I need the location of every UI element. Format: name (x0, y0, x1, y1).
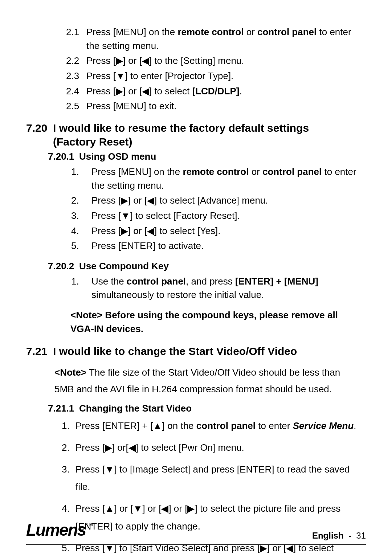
list-item-number: 4. (62, 500, 75, 517)
text-run: , and press (186, 276, 235, 287)
list-item-text: Press [▼] to select [Factory Reset]. (91, 209, 366, 223)
list-item: 4.Press [▶] or [◀] to select [Yes]. (71, 224, 366, 238)
page-footer: LumensTM English - 31 (26, 518, 366, 545)
text-run: <Note> (54, 367, 86, 378)
text-run: Press [ (75, 503, 105, 514)
list-item-number: 2.3 (66, 69, 86, 83)
text-run: simultaneously to restore the initial va… (91, 289, 264, 300)
text-run: remote control (177, 26, 244, 37)
text-run: remote control (183, 166, 249, 177)
text-run: ] or [ (128, 225, 147, 236)
list-item: 2.Press [▶] or[◀] to select [Pwr On] men… (62, 439, 366, 456)
list-item-text: Press [MENU] on the remote control or co… (91, 165, 366, 192)
brand-text: Lumens (26, 520, 86, 539)
list-item-number: 3. (62, 461, 75, 478)
subsection-number: 7.20.1 (48, 150, 79, 164)
list-item-number: 4. (71, 224, 91, 238)
text-run: to enter (256, 420, 293, 431)
text-run: [ENTER] + [MENU] (235, 276, 318, 287)
down-arrow-icon: ▼ (105, 464, 114, 475)
text-run: Press [MENU] on the (91, 166, 183, 177)
right-arrow-icon: ▶ (105, 442, 112, 453)
list-item: 3.Press [▼] to [Image Select] and press … (62, 461, 366, 495)
brand-logo: LumensTM (26, 518, 92, 542)
text-run: ] or [ (168, 503, 187, 514)
section-7-21-heading: 7.21I would like to change the Start Vid… (26, 344, 366, 358)
list-item-number: 1. (71, 275, 91, 289)
text-run: ] or [ (114, 503, 133, 514)
list-item-text: Press [MENU] on the remote control or co… (86, 25, 366, 53)
list-item-text: Press [MENU] to exit. (86, 99, 366, 113)
text-run: ] or [ (123, 55, 142, 66)
text-run: Press [ENTER] + [ (75, 420, 153, 431)
list-2-x: 2.1Press [MENU] on the remote control or… (66, 25, 366, 113)
text-run: ] on the (162, 420, 196, 431)
subsection-number: 7.20.2 (48, 259, 79, 273)
language-label: English (312, 531, 344, 540)
text-run: control panel (257, 26, 317, 37)
text-run: [LCD/DLP] (192, 86, 239, 97)
subsection-title: Changing the Start Video (79, 403, 192, 414)
list-item: 1.Use the control panel, and press [ENTE… (71, 275, 366, 302)
left-arrow-icon: ◀ (142, 86, 149, 97)
list-item-number: 5. (71, 239, 91, 253)
page-language-number: English - 31 (312, 530, 366, 542)
list-item-number: 2. (71, 194, 91, 208)
text-run: . (354, 420, 356, 431)
list-item-text: Press [▼] to enter [Projector Type]. (86, 69, 366, 83)
list-item: 2.4Press [▶] or [◀] to select [LCD/DLP]. (66, 85, 366, 98)
text-run: Service Menu (293, 420, 354, 431)
right-arrow-icon: ▶ (116, 86, 123, 97)
text-run: ] or[ (112, 442, 128, 453)
text-run: ] to select (149, 86, 192, 97)
note-7-21: <Note> The file size of the Start Video/… (54, 364, 356, 398)
text-run: ] to select [Yes]. (154, 225, 221, 236)
left-arrow-icon: ◀ (128, 442, 136, 453)
subsection-7-20-2-heading: 7.20.2Use Compound Key (48, 259, 366, 273)
text-run: Press [ (91, 210, 121, 221)
list-item-number: 2.5 (66, 99, 86, 113)
text-run: or (244, 26, 257, 37)
text-run: control panel (262, 166, 322, 177)
list-item-number: 3. (71, 209, 91, 223)
list-item-text: Press [▶] or [◀] to select [LCD/DLP]. (86, 85, 366, 98)
list-item-number: 2.1 (66, 25, 86, 39)
trademark-symbol: TM (86, 522, 93, 527)
text-run: Press [ (86, 55, 116, 66)
subsection-title: Use Compound Key (79, 261, 169, 271)
text-run: ] to select [Pwr On] menu. (136, 442, 244, 453)
left-arrow-icon: ◀ (142, 55, 149, 66)
text-run: Press [MENU] on the (86, 26, 177, 37)
list-item-number: 2.2 (66, 54, 86, 68)
list-item: 2.2Press [▶] or [◀] to the [Setting] men… (66, 54, 366, 68)
footer-row: LumensTM English - 31 (26, 518, 366, 542)
document-page: 2.1Press [MENU] on the remote control or… (0, 0, 392, 556)
text-run: control panel (127, 276, 186, 287)
text-run: control panel (196, 420, 256, 431)
section-7-20-heading: 7.20I would like to resume the factory d… (26, 121, 366, 148)
up-arrow-icon: ▲ (153, 420, 162, 431)
text-run: ] to the [Setting] menu. (149, 55, 244, 66)
text-run: Press [ (86, 70, 116, 81)
list-item-text: Press [ENTER] + [▲] on the control panel… (75, 417, 366, 434)
list-item-text: Press [▶] or [◀] to select [Yes]. (91, 224, 366, 238)
list-7-20-1: 1.Press [MENU] on the remote control or … (71, 165, 366, 253)
note-7-20-2: <Note> Before using the compound keys, p… (70, 308, 354, 336)
list-item: 2.Press [▶] or [◀] to select [Advance] m… (71, 194, 366, 208)
section-number: 7.21 (26, 344, 53, 358)
list-item: 1.Press [MENU] on the remote control or … (71, 165, 366, 192)
down-arrow-icon: ▼ (116, 70, 125, 81)
list-item: 5.Press [ENTER] to activate. (71, 239, 366, 253)
text-run: Press [ENTER] to activate. (91, 240, 204, 251)
list-item-text: Press [▶] or [◀] to the [Setting] menu. (86, 54, 366, 68)
text-run: The file size of the Start Video/Off Vid… (54, 367, 340, 394)
text-run: Press [ (86, 86, 116, 97)
text-run: Use the (91, 276, 127, 287)
text-run: ] or [ (142, 503, 161, 514)
text-run: Press [ (75, 442, 105, 453)
text-run: ] to enter [Projector Type]. (125, 70, 234, 81)
list-item-number: 2. (62, 439, 75, 456)
subsection-title: Using OSD menu (79, 151, 156, 162)
list-item: 2.5Press [MENU] to exit. (66, 99, 366, 113)
right-arrow-icon: ▶ (187, 503, 195, 514)
